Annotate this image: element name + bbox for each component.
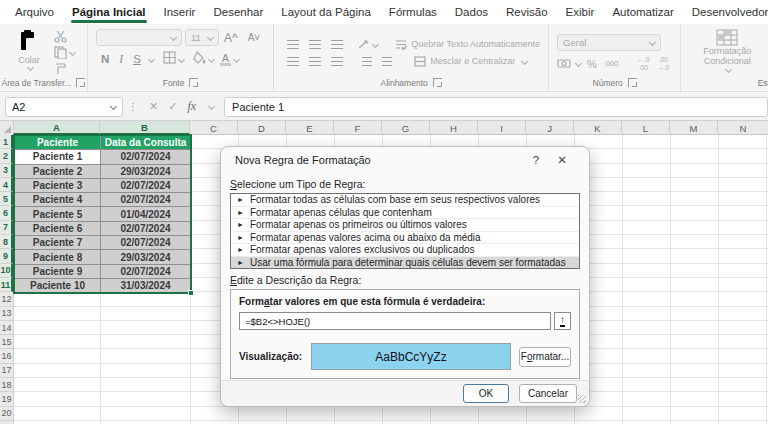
row-header[interactable]: 9 xyxy=(0,249,13,263)
row-header[interactable]: 10 xyxy=(0,264,13,278)
shrink-font-button[interactable]: A˅ xyxy=(243,32,266,43)
decrease-decimal-button[interactable]: .00→.0 xyxy=(654,56,672,70)
dialog-launcher-icon[interactable] xyxy=(628,78,637,87)
insert-function-button[interactable]: fx xyxy=(187,99,196,114)
cancel-button[interactable]: Cancelar xyxy=(519,384,577,403)
row-header[interactable]: 19 xyxy=(0,392,13,406)
row-header[interactable]: 1 xyxy=(0,135,13,149)
row-header[interactable]: 6 xyxy=(0,206,13,220)
align-middle-button[interactable] xyxy=(309,40,321,49)
row-header[interactable]: 7 xyxy=(0,221,13,235)
row-header[interactable]: 2 xyxy=(0,149,13,163)
align-left-button[interactable] xyxy=(287,57,299,66)
italic-button[interactable]: I xyxy=(114,53,128,65)
row-header[interactable]: 14 xyxy=(0,321,13,335)
enter-entry-button[interactable]: ✓ xyxy=(168,100,177,113)
rule-option-2[interactable]: ►Formatar apenas células que contenham xyxy=(231,207,579,220)
row-header[interactable]: 11 xyxy=(0,278,13,292)
increase-indent-button[interactable] xyxy=(382,57,392,66)
wrap-text-button[interactable]: Quebrar Texto Automaticamente xyxy=(395,39,540,50)
menu-desenvolvedor[interactable]: Desenvolvedor xyxy=(683,1,768,24)
row-header[interactable]: 3 xyxy=(0,164,13,178)
column-header-j[interactable]: J xyxy=(526,121,574,135)
row-header[interactable]: 13 xyxy=(0,307,13,321)
formula-input[interactable]: Paciente 1 xyxy=(224,97,768,117)
menu-revisao[interactable]: Revisão xyxy=(497,1,557,24)
cell-a4[interactable]: Paciente 3 xyxy=(15,179,101,193)
cell-a2-active[interactable]: Paciente 1 xyxy=(15,150,101,164)
merge-center-button[interactable]: Mesclar e Centralizar xyxy=(414,56,527,67)
rule-option-5[interactable]: ►Formatar apenas valores exclusivos ou d… xyxy=(231,244,579,257)
align-bottom-button[interactable] xyxy=(331,40,343,49)
column-header-k[interactable]: K xyxy=(574,121,622,135)
paste-button[interactable]: Colar xyxy=(8,29,50,76)
row-header[interactable]: 15 xyxy=(0,335,13,349)
close-icon[interactable]: ✕ xyxy=(549,153,575,167)
column-header-c[interactable]: C xyxy=(190,121,238,135)
fill-handle[interactable] xyxy=(188,290,194,296)
cell-b7[interactable]: 02/07/2024 xyxy=(101,222,191,236)
accounting-format-icon[interactable] xyxy=(557,58,571,69)
table-header-paciente[interactable]: Paciente xyxy=(15,136,101,150)
format-button[interactable]: Formatar... xyxy=(519,347,571,367)
column-header-b[interactable]: B xyxy=(100,121,190,135)
name-box[interactable]: A2 xyxy=(5,97,123,117)
cell-b9[interactable]: 29/03/2024 xyxy=(101,250,191,264)
cell-b6[interactable]: 01/04/2024 xyxy=(101,207,191,221)
menu-inserir[interactable]: Inserir xyxy=(155,1,205,24)
cell-a8[interactable]: Paciente 7 xyxy=(15,236,101,250)
column-header-d[interactable]: D xyxy=(238,121,286,135)
cell-b8[interactable]: 02/07/2024 xyxy=(101,236,191,250)
cell-a6[interactable]: Paciente 5 xyxy=(15,207,101,221)
cell-b10[interactable]: 02/07/2024 xyxy=(101,265,191,279)
cell-b2[interactable]: 02/07/2024 xyxy=(101,150,191,164)
table-header-data-consulta[interactable]: Data da Consulta xyxy=(101,136,191,150)
column-header-m[interactable]: M xyxy=(670,121,718,135)
underline-button[interactable]: S xyxy=(128,53,146,65)
font-color-button[interactable]: A xyxy=(220,53,231,66)
cell-a5[interactable]: Paciente 4 xyxy=(15,193,101,207)
grow-font-button[interactable]: A^ xyxy=(219,31,243,45)
cell-a10[interactable]: Paciente 9 xyxy=(15,265,101,279)
decrease-indent-button[interactable] xyxy=(362,57,372,66)
column-header-l[interactable]: L xyxy=(622,121,670,135)
row-header[interactable]: 5 xyxy=(0,192,13,206)
rule-option-4[interactable]: ►Formatar apenas valores acima ou abaixo… xyxy=(231,232,579,245)
select-all-button[interactable] xyxy=(0,121,14,135)
cell-a11[interactable]: Paciente 10 xyxy=(15,279,101,293)
cell-b11[interactable]: 31/03/2024 xyxy=(101,279,191,293)
row-header[interactable]: 12 xyxy=(0,292,13,306)
menu-desenhar[interactable]: Desenhar xyxy=(204,1,272,24)
help-button[interactable]: ? xyxy=(523,154,549,166)
column-header-g[interactable]: G xyxy=(382,121,430,135)
font-name-select[interactable] xyxy=(96,29,182,46)
row-header[interactable]: 20 xyxy=(0,407,13,421)
collapse-dialog-button[interactable]: ↑ xyxy=(554,312,571,330)
conditional-formatting-button[interactable]: Formatação Condicional xyxy=(689,29,765,76)
cancel-entry-button[interactable]: ✕ xyxy=(149,100,158,113)
format-painter-button[interactable] xyxy=(54,62,75,75)
fill-color-button[interactable] xyxy=(193,50,206,68)
column-header-n[interactable]: N xyxy=(718,121,768,135)
rule-formula-input[interactable]: =$B2<>HOJE() xyxy=(239,312,551,330)
row-header[interactable]: 4 xyxy=(0,178,13,192)
cell-a3[interactable]: Paciente 2 xyxy=(15,165,101,179)
font-size-select[interactable]: 11 xyxy=(185,29,219,46)
row-header[interactable]: 16 xyxy=(0,349,13,363)
menu-exibir[interactable]: Exibir xyxy=(557,1,604,24)
rule-option-3[interactable]: ►Formatar apenas os primeiros ou últimos… xyxy=(231,219,579,232)
resize-grip-icon[interactable] xyxy=(578,395,586,403)
menu-dados[interactable]: Dados xyxy=(446,1,497,24)
align-center-button[interactable] xyxy=(309,57,321,66)
dialog-launcher-icon[interactable] xyxy=(433,78,442,87)
bold-button[interactable]: N xyxy=(96,53,114,65)
cell-b3[interactable]: 29/03/2024 xyxy=(101,165,191,179)
column-header-h[interactable]: H xyxy=(430,121,478,135)
number-format-select[interactable]: Geral xyxy=(557,34,661,51)
rule-option-1[interactable]: ►Formatar todas as células com base em s… xyxy=(231,194,579,207)
row-header[interactable]: 8 xyxy=(0,235,13,249)
column-header-e[interactable]: E xyxy=(286,121,334,135)
dialog-launcher-icon[interactable] xyxy=(76,78,85,87)
percent-style-button[interactable]: % xyxy=(583,58,601,70)
rule-option-6-selected[interactable]: ►Usar uma fórmula para determinar quais … xyxy=(231,257,579,269)
